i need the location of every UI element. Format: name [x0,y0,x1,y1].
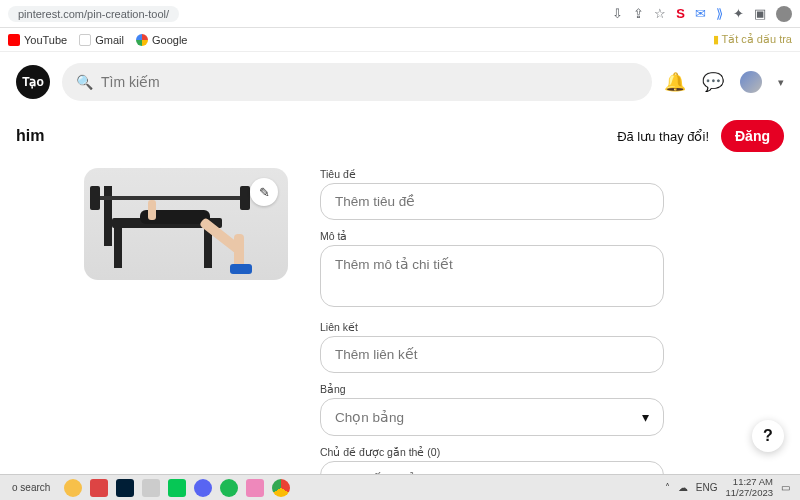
title-label: Tiêu đề [320,168,664,180]
description-input[interactable] [320,245,664,307]
board-select-value: Chọn bảng [335,409,404,425]
pencil-icon: ✎ [259,185,270,200]
search-bar[interactable]: 🔍 [62,63,652,101]
tag-label: Chủ đề được gắn thẻ (0) [320,446,664,458]
folder-icon: ▮ [713,33,719,45]
taskbar-app-chrome[interactable] [272,479,290,497]
tray-cloud-icon[interactable]: ☁ [678,482,688,493]
bookmark-gmail[interactable]: Gmail [79,34,124,46]
tray-lang[interactable]: ENG [696,482,718,493]
taskbar-app-line[interactable] [168,479,186,497]
tray-chevron-icon[interactable]: ˄ [665,482,670,493]
share-icon[interactable]: ⇪ [633,6,644,21]
link-input[interactable] [320,336,664,373]
taskbar-app-2[interactable] [90,479,108,497]
taskbar-app-4[interactable] [246,479,264,497]
bookmarks-bar: YouTube Gmail Google ▮ Tất cả dấu tra [0,28,800,52]
title-input[interactable] [320,183,664,220]
pin-editor: ✎ Tiêu đề Mô tả Liên kết Bảng Chọn bảng … [0,160,800,500]
pin-form: Tiêu đề Mô tả Liên kết Bảng Chọn bảng ▾ … [320,168,664,500]
create-button[interactable]: Tạo [16,65,50,99]
browser-toolbar-icons: ⇩ ⇪ ☆ S ✉ ⟫ ✦ ▣ [612,6,792,22]
app-top-nav: Tạo 🔍 🔔 💬 ▾ [0,52,800,112]
tray-clock[interactable]: 11:27 AM 11/27/2023 [725,477,773,498]
publish-button[interactable]: Đăng [721,120,784,152]
bookmark-label: Google [152,34,187,46]
edit-image-button[interactable]: ✎ [250,178,278,206]
bookmark-youtube[interactable]: YouTube [8,34,67,46]
bookmarks-overflow[interactable]: ▮ Tất cả dấu tra [713,33,792,46]
chevron-down-icon: ▾ [642,409,649,425]
board-select[interactable]: Chọn bảng ▾ [320,398,664,436]
extension-icon-s[interactable]: S [676,6,685,21]
gmail-icon [79,34,91,46]
bookmark-label: Gmail [95,34,124,46]
help-button[interactable]: ? [752,420,784,452]
star-icon[interactable]: ☆ [654,6,666,21]
taskbar-app-3[interactable] [142,479,160,497]
bookmark-google[interactable]: Google [136,34,187,46]
nav-icon-group: 🔔 💬 ▾ [664,71,784,93]
cast-icon[interactable]: ⟫ [716,6,723,21]
url-text[interactable]: pinterest.com/pin-creation-tool/ [8,6,179,22]
taskbar-app-spotify[interactable] [220,479,238,497]
taskbar-app-1[interactable] [64,479,82,497]
board-label: Bảng [320,383,664,395]
pin-image-preview[interactable]: ✎ [84,168,288,280]
image-preview-column: ✎ [84,168,288,500]
bookmark-label: YouTube [24,34,67,46]
search-icon: 🔍 [76,74,93,90]
tray-notification-icon[interactable]: ▭ [781,482,790,493]
page-header: him Đã lưu thay đổi! Đăng [0,112,800,160]
link-label: Liên kết [320,321,664,333]
description-label: Mô tả [320,230,664,242]
taskbar-apps [64,479,290,497]
extension-icon-mail[interactable]: ✉ [695,6,706,21]
download-icon[interactable]: ⇩ [612,6,623,21]
windows-taskbar: o search ˄ ☁ ENG 11:27 AM 11/27/2023 ▭ [0,474,800,500]
google-icon [136,34,148,46]
profile-avatar-browser[interactable] [776,6,792,22]
window-icon[interactable]: ▣ [754,6,766,21]
youtube-icon [8,34,20,46]
taskbar-search[interactable]: o search [6,482,56,493]
browser-address-bar: pinterest.com/pin-creation-tool/ ⇩ ⇪ ☆ S… [0,0,800,28]
taskbar-app-ps[interactable] [116,479,134,497]
puzzle-icon[interactable]: ✦ [733,6,744,21]
chevron-down-icon[interactable]: ▾ [778,76,784,89]
question-icon: ? [763,427,773,445]
bell-icon[interactable]: 🔔 [664,71,686,93]
page-title: him [16,127,44,145]
avatar[interactable] [740,71,762,93]
taskbar-app-discord[interactable] [194,479,212,497]
saved-status: Đã lưu thay đổi! [617,129,709,144]
system-tray: ˄ ☁ ENG 11:27 AM 11/27/2023 ▭ [665,477,794,498]
chat-icon[interactable]: 💬 [702,71,724,93]
search-input[interactable] [101,74,638,90]
